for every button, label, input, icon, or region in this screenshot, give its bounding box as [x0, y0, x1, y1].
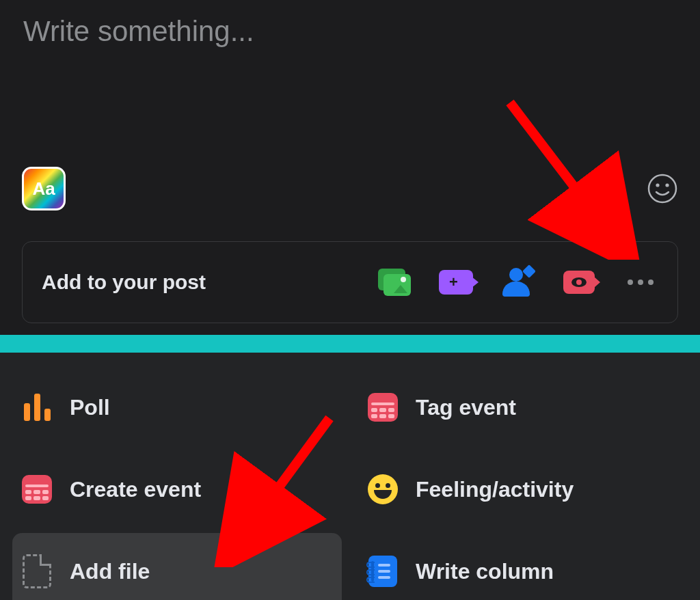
- section-divider: [0, 335, 700, 353]
- option-label: Write column: [416, 559, 554, 584]
- svg-point-0: [649, 175, 676, 202]
- poll-icon: [24, 394, 51, 421]
- feeling-icon: [368, 474, 398, 504]
- emoji-button[interactable]: [647, 173, 678, 204]
- option-create-event[interactable]: Create event: [12, 451, 342, 528]
- option-tag-event[interactable]: Tag event: [358, 369, 688, 446]
- option-poll[interactable]: Poll: [12, 369, 342, 446]
- photo-video-button[interactable]: [377, 268, 412, 297]
- svg-point-1: [656, 183, 659, 187]
- file-icon: [23, 554, 51, 588]
- live-video-icon: [563, 271, 595, 294]
- add-to-post-label: Add to your post: [42, 271, 206, 294]
- option-label: Poll: [70, 395, 110, 420]
- more-options-button[interactable]: [623, 268, 658, 297]
- more-icon: [628, 279, 654, 285]
- tag-people-button[interactable]: [500, 268, 535, 297]
- post-options-panel: Poll Tag event Create event Feeling/acti…: [0, 353, 700, 600]
- text-style-button[interactable]: Aa: [22, 167, 66, 210]
- notebook-icon: [368, 556, 397, 587]
- option-add-file[interactable]: Add file: [12, 533, 342, 600]
- option-label: Tag event: [416, 395, 516, 420]
- option-label: Feeling/activity: [416, 477, 574, 502]
- photo-icon: [378, 269, 411, 296]
- live-video-button[interactable]: [561, 268, 597, 297]
- add-to-post-panel: Add to your post +: [22, 241, 678, 323]
- text-style-label: Aa: [32, 178, 55, 200]
- option-feeling-activity[interactable]: Feeling/activity: [358, 451, 688, 528]
- compose-placeholder: Write something...: [23, 15, 677, 48]
- reel-plus-icon: +: [439, 270, 473, 295]
- compose-area[interactable]: Write something...: [0, 0, 700, 48]
- option-label: Create event: [70, 477, 201, 502]
- smiley-icon: [647, 173, 678, 204]
- svg-point-2: [665, 183, 669, 187]
- calendar-icon: [368, 393, 398, 422]
- option-write-column[interactable]: Write column: [358, 533, 688, 600]
- calendar-icon: [22, 475, 52, 504]
- person-tag-icon: [502, 268, 533, 297]
- reel-button[interactable]: +: [438, 268, 474, 297]
- option-label: Add file: [70, 559, 150, 584]
